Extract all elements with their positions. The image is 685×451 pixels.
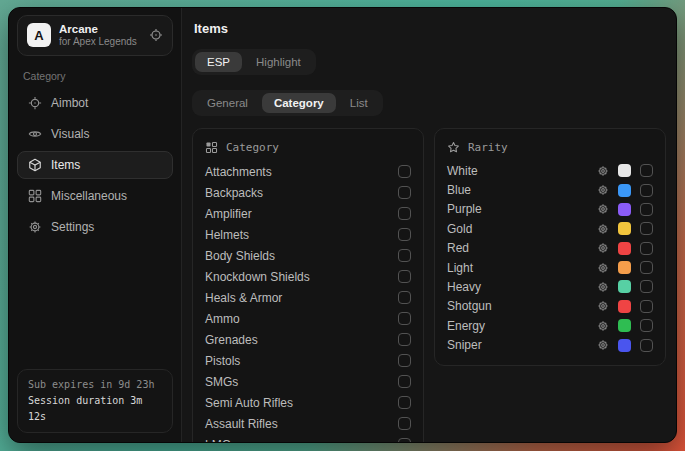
checkbox[interactable] (640, 261, 653, 274)
sidebar-section-label: Category (23, 70, 167, 82)
category-row-semi-auto-rifles[interactable]: Semi Auto Rifles (205, 392, 411, 413)
color-swatch[interactable] (618, 184, 631, 197)
rarity-row-purple[interactable]: Purple (447, 200, 653, 219)
color-swatch[interactable] (618, 164, 631, 177)
rarity-row-blue[interactable]: Blue (447, 180, 653, 199)
sub-expiry-text: Sub expires in 9d 23h (28, 377, 162, 393)
checkbox[interactable] (398, 228, 411, 241)
color-swatch[interactable] (618, 339, 631, 352)
rarity-row-red[interactable]: Red (447, 239, 653, 258)
rarity-row-heavy[interactable]: Heavy (447, 277, 653, 296)
checkbox[interactable] (398, 249, 411, 262)
checkbox[interactable] (640, 339, 653, 352)
mode-highlight[interactable]: Highlight (244, 52, 313, 72)
rarity-panel-title: Rarity (468, 141, 508, 154)
checkbox[interactable] (398, 186, 411, 199)
sidebar-item-visuals[interactable]: Visuals (17, 120, 173, 148)
category-row-grenades[interactable]: Grenades (205, 329, 411, 350)
rarity-row-label: Purple (447, 202, 597, 216)
checkbox[interactable] (640, 242, 653, 255)
rarity-row-controls (597, 184, 653, 197)
checkbox[interactable] (640, 319, 653, 332)
sidebar-nav: AimbotVisualsItemsMiscellaneousSettings (17, 89, 173, 244)
gear-icon[interactable] (597, 165, 609, 177)
rarity-row-gold[interactable]: Gold (447, 219, 653, 238)
layout-grid-icon (205, 141, 218, 154)
color-swatch[interactable] (618, 261, 631, 274)
tab-list[interactable]: List (338, 93, 380, 113)
sidebar-item-settings[interactable]: Settings (17, 213, 173, 241)
category-row-pistols[interactable]: Pistols (205, 350, 411, 371)
category-row-attachments[interactable]: Attachments (205, 161, 411, 182)
rarity-row-light[interactable]: Light (447, 258, 653, 277)
tab-category[interactable]: Category (262, 93, 336, 113)
checkbox[interactable] (640, 164, 653, 177)
sidebar-item-aimbot[interactable]: Aimbot (17, 89, 173, 117)
gear-icon[interactable] (597, 242, 609, 254)
sidebar-spacer (17, 244, 173, 369)
gear-icon[interactable] (597, 300, 609, 312)
rarity-row-sniper[interactable]: Sniper (447, 335, 653, 354)
checkbox[interactable] (640, 222, 653, 235)
session-duration-text: Session duration 3m 12s (28, 393, 162, 425)
checkbox[interactable] (640, 184, 653, 197)
checkbox[interactable] (398, 354, 411, 367)
category-row-amplifier[interactable]: Amplifier (205, 203, 411, 224)
category-row-label: Attachments (205, 165, 398, 179)
sidebar-item-miscellaneous[interactable]: Miscellaneous (17, 182, 173, 210)
subscription-card: Sub expires in 9d 23h Session duration 3… (17, 369, 173, 433)
checkbox[interactable] (398, 312, 411, 325)
gear-icon[interactable] (597, 262, 609, 274)
rarity-row-shotgun[interactable]: Shotgun (447, 297, 653, 316)
category-row-knockdown-shields[interactable]: Knockdown Shields (205, 266, 411, 287)
gear-icon[interactable] (597, 223, 609, 235)
category-row-ammo[interactable]: Ammo (205, 308, 411, 329)
category-row-smgs[interactable]: SMGs (205, 371, 411, 392)
rarity-row-controls (597, 319, 653, 332)
category-rows: AttachmentsBackpacksAmplifierHelmetsBody… (205, 161, 411, 442)
checkbox[interactable] (398, 375, 411, 388)
gear-icon[interactable] (597, 184, 609, 196)
checkbox[interactable] (398, 438, 411, 442)
target-icon[interactable] (149, 28, 163, 42)
page-title: Items (194, 21, 666, 36)
checkbox[interactable] (398, 291, 411, 304)
color-swatch[interactable] (618, 300, 631, 313)
category-row-label: Amplifier (205, 207, 398, 221)
eye-icon (28, 127, 42, 141)
color-swatch[interactable] (618, 242, 631, 255)
checkbox[interactable] (398, 165, 411, 178)
color-swatch[interactable] (618, 280, 631, 293)
category-panel: Category AttachmentsBackpacksAmplifierHe… (192, 128, 424, 442)
category-row-heals-armor[interactable]: Heals & Armor (205, 287, 411, 308)
checkbox[interactable] (640, 300, 653, 313)
category-row-lmgs[interactable]: LMGs (205, 434, 411, 442)
gear-icon[interactable] (597, 203, 609, 215)
mode-esp[interactable]: ESP (195, 52, 242, 72)
category-row-body-shields[interactable]: Body Shields (205, 245, 411, 266)
checkbox[interactable] (398, 333, 411, 346)
category-row-label: SMGs (205, 375, 398, 389)
category-row-label: Heals & Armor (205, 291, 398, 305)
box-icon (28, 158, 42, 172)
category-row-helmets[interactable]: Helmets (205, 224, 411, 245)
color-swatch[interactable] (618, 222, 631, 235)
checkbox[interactable] (398, 396, 411, 409)
tab-general[interactable]: General (195, 93, 260, 113)
category-row-assault-rifles[interactable]: Assault Rifles (205, 413, 411, 434)
checkbox[interactable] (640, 280, 653, 293)
color-swatch[interactable] (618, 203, 631, 216)
sidebar-item-items[interactable]: Items (17, 151, 173, 179)
rarity-row-white[interactable]: White (447, 161, 653, 180)
checkbox[interactable] (398, 207, 411, 220)
category-row-backpacks[interactable]: Backpacks (205, 182, 411, 203)
gear-icon[interactable] (597, 281, 609, 293)
rarity-row-energy[interactable]: Energy (447, 316, 653, 335)
checkbox[interactable] (398, 417, 411, 430)
color-swatch[interactable] (618, 319, 631, 332)
gear-icon[interactable] (597, 339, 609, 351)
gear-icon[interactable] (597, 320, 609, 332)
checkbox[interactable] (640, 203, 653, 216)
rarity-row-label: Blue (447, 183, 597, 197)
checkbox[interactable] (398, 270, 411, 283)
